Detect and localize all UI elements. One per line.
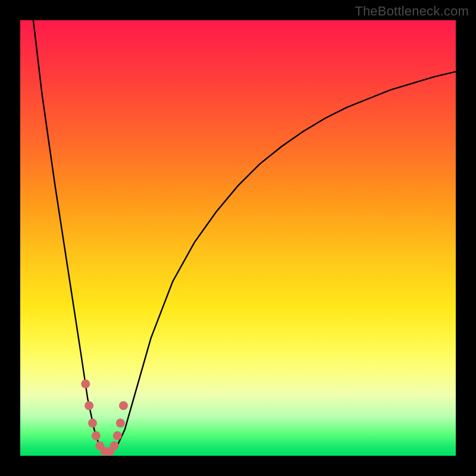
chart-frame: TheBottleneck.com [0,0,476,476]
highlight-dot [84,401,93,410]
curve-layer [20,20,456,456]
highlight-dot [81,380,90,389]
attribution-label: TheBottleneck.com [355,4,469,19]
highlight-dot [116,419,125,428]
highlight-dot [110,441,119,450]
highlight-dot [92,431,101,440]
highlight-dot [119,401,128,410]
bottleneck-curve-path [33,20,456,452]
plot-area [20,20,456,456]
highlight-dot [113,431,122,440]
highlight-dots-group [81,380,128,456]
highlight-dot [88,419,97,428]
